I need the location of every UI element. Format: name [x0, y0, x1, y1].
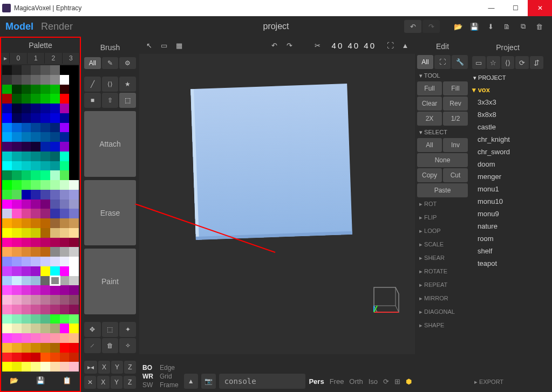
swatch[interactable] [31, 142, 40, 152]
swatch[interactable] [40, 113, 50, 123]
axis-y[interactable]: Y [111, 376, 123, 389]
swatch[interactable] [31, 200, 40, 209]
swatch[interactable] [22, 123, 31, 133]
swatch[interactable] [22, 285, 31, 295]
swatch[interactable] [50, 161, 60, 171]
swatch[interactable] [60, 94, 70, 104]
swatch[interactable] [2, 209, 12, 218]
swatch[interactable] [60, 305, 70, 314]
swatch[interactable] [22, 247, 31, 257]
swatch[interactable] [12, 353, 22, 362]
swatch[interactable] [40, 209, 50, 218]
swatch[interactable] [22, 85, 31, 94]
tree-item-room[interactable]: room [472, 232, 543, 245]
pip-icon[interactable]: ⊞ [394, 377, 400, 386]
stat-edge[interactable]: Edge [160, 364, 179, 372]
swatch[interactable] [40, 104, 50, 113]
swatch[interactable] [12, 142, 22, 152]
swatch[interactable] [22, 209, 31, 218]
color-section-header[interactable]: ▸ COLOR [1, 388, 80, 392]
brush-cube-icon[interactable]: ⬚ [119, 93, 136, 108]
swatch[interactable] [2, 333, 12, 343]
swatch[interactable] [22, 257, 31, 266]
swatch[interactable] [60, 353, 70, 362]
swatch[interactable] [31, 247, 40, 257]
brush-all-button[interactable]: All [84, 57, 101, 69]
swatch[interactable] [40, 142, 50, 152]
swatch[interactable] [69, 142, 79, 152]
swatch[interactable] [60, 170, 70, 180]
swatch[interactable] [31, 209, 40, 218]
swatch[interactable] [40, 132, 50, 142]
swatch[interactable] [40, 305, 50, 314]
tree-item-teapot[interactable]: teapot [472, 257, 543, 270]
swatch[interactable] [12, 228, 22, 238]
swatch[interactable] [22, 266, 31, 276]
swatch[interactable] [2, 113, 12, 123]
swatch[interactable] [69, 324, 79, 333]
swatch[interactable] [31, 161, 40, 171]
project-tree-header[interactable]: PROJECT [472, 72, 543, 84]
tree-item-8x8x8[interactable]: 8x8x8 [472, 108, 543, 121]
swatch[interactable] [22, 152, 31, 161]
tree-item-doom[interactable]: doom [472, 158, 543, 170]
palette-tab-0[interactable]: 0 [10, 53, 28, 64]
swatch[interactable] [69, 161, 79, 171]
swatch[interactable] [50, 305, 60, 314]
section-flip[interactable]: FLIP [417, 211, 468, 224]
swatch[interactable] [40, 285, 50, 295]
swatch[interactable] [40, 218, 50, 228]
swatch[interactable] [40, 190, 50, 200]
rev-button[interactable]: Rev [443, 97, 468, 111]
swatch[interactable] [31, 238, 40, 247]
swatch[interactable] [31, 228, 40, 238]
tree-item-monu10[interactable]: monu10 [472, 195, 543, 208]
stat-bo[interactable]: BO [142, 364, 153, 372]
swatch[interactable] [60, 218, 70, 228]
half-button[interactable]: 1/2 [443, 112, 468, 126]
swatch[interactable] [60, 85, 70, 94]
close-button[interactable]: ✕ [528, 0, 552, 16]
minimize-button[interactable]: — [479, 0, 503, 16]
brush-box-icon[interactable]: ■ [84, 93, 101, 108]
swatch[interactable] [50, 113, 60, 123]
swatch[interactable] [50, 276, 60, 286]
fill-button[interactable]: Fill [443, 81, 468, 95]
swatch[interactable] [31, 324, 40, 333]
mode-pers[interactable]: Pers [309, 377, 324, 386]
swatch[interactable] [69, 314, 79, 324]
eyedropper-icon[interactable]: ⟋ [84, 338, 101, 353]
swatch[interactable] [69, 218, 79, 228]
swatch[interactable] [40, 333, 50, 343]
tree-item-menger[interactable]: menger [472, 170, 543, 183]
swatch[interactable] [50, 200, 60, 209]
mirror-icon[interactable]: ▸◂ [84, 361, 97, 374]
swatch[interactable] [2, 132, 12, 142]
swatch[interactable] [12, 75, 22, 85]
swatch[interactable] [40, 276, 50, 286]
swatch[interactable] [50, 295, 60, 305]
swatch[interactable] [22, 161, 31, 171]
swatch[interactable] [31, 190, 40, 200]
swatch[interactable] [40, 247, 50, 257]
swatch[interactable] [22, 218, 31, 228]
select-inv-button[interactable]: Inv [443, 138, 468, 152]
swatch[interactable] [60, 285, 70, 295]
swatch[interactable] [60, 123, 70, 133]
mirror-z[interactable]: Z [124, 361, 136, 374]
swatch[interactable] [12, 132, 22, 142]
swatch[interactable] [31, 362, 40, 372]
swatch[interactable] [69, 228, 79, 238]
swatch[interactable] [22, 94, 31, 104]
tree-item-vox[interactable]: vox [472, 84, 543, 96]
move-icon[interactable]: ✥ [84, 322, 101, 337]
swatch[interactable] [31, 104, 40, 113]
swatch[interactable] [2, 142, 12, 152]
mirror-x[interactable]: X [98, 361, 110, 374]
axis-x[interactable]: X [97, 376, 110, 389]
swatch[interactable] [69, 75, 79, 85]
axis-z[interactable]: Z [124, 376, 136, 389]
swatch[interactable] [50, 285, 60, 295]
swatch[interactable] [50, 257, 60, 266]
swatch[interactable] [40, 161, 50, 171]
